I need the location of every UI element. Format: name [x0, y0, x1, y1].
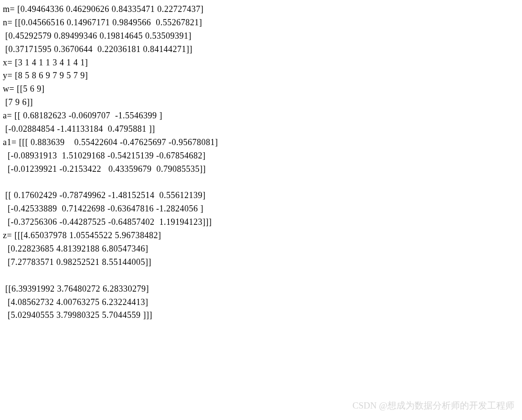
csdn-watermark: CSDN @想成为数据分析师的开发工程师	[352, 399, 514, 412]
code-output: m= [0.49464336 0.46290626 0.84335471 0.2…	[3, 3, 519, 322]
